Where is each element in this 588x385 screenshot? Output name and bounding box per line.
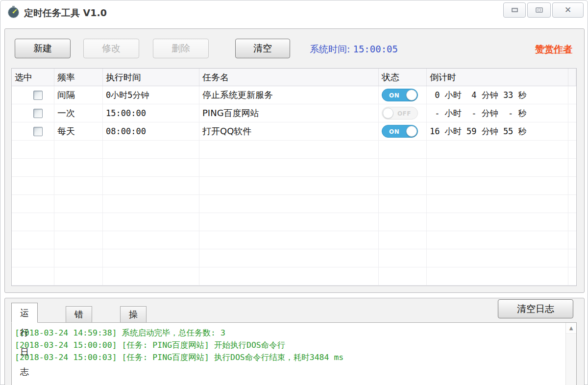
empty-cell (379, 195, 427, 213)
cell-exec-time: 0小时5分钟 (103, 86, 199, 104)
cell-spacer (568, 86, 576, 104)
empty-cell (199, 177, 379, 194)
empty-cell (427, 159, 568, 176)
empty-cell (568, 195, 576, 213)
cell-task-name: 停止系统更新服务 (199, 86, 379, 104)
maximize-icon (536, 7, 543, 13)
empty-cell (427, 267, 568, 285)
maximize-button[interactable] (527, 2, 551, 18)
log-tab-0[interactable]: 运行日志 (11, 303, 38, 323)
status-toggle[interactable]: ON (382, 89, 418, 101)
empty-cell (12, 267, 54, 285)
empty-cell (54, 177, 103, 194)
empty-cell (379, 249, 427, 267)
task-checkbox[interactable] (33, 127, 43, 136)
empty-cell (427, 213, 568, 231)
task-row[interactable]: 一次15:00:00PING百度网站OFF - 小时 - 分钟 - 秒 (12, 104, 576, 122)
cell-exec-time: 08:00:00 (103, 122, 199, 140)
system-time-value: 15:00:05 (353, 44, 398, 54)
log-tab-1[interactable]: 错误日志 (66, 306, 92, 323)
toggle-knob-icon (406, 126, 417, 137)
empty-cell (103, 267, 199, 285)
empty-cell (12, 177, 54, 194)
empty-cell (379, 177, 427, 194)
empty-cell (103, 177, 199, 194)
empty-task-row (12, 231, 576, 249)
close-button[interactable]: ✕ (552, 2, 584, 18)
cell-countdown: 0 小时 4 分钟 33 秒 (427, 86, 568, 104)
title-bar: 定时任务工具 V1.0 ✕ (0, 0, 588, 26)
empty-cell (568, 249, 576, 267)
empty-cell (12, 195, 54, 213)
task-row[interactable]: 每天08:00:00打开QQ软件ON16 小时 59 分钟 55 秒 (12, 122, 576, 141)
empty-cell (54, 231, 103, 249)
clear-tasks-button[interactable]: 清空 (235, 39, 290, 58)
cell-frequency: 间隔 (54, 86, 103, 104)
close-icon: ✕ (564, 6, 571, 14)
empty-cell (54, 195, 103, 213)
empty-cell (54, 159, 103, 176)
empty-cell (199, 213, 379, 231)
app-timer-icon (7, 6, 20, 18)
scroll-up-arrow-icon[interactable]: ▲ (566, 323, 576, 334)
cell-selected (12, 122, 54, 140)
new-task-button[interactable]: 新建 (15, 39, 71, 58)
clear-log-button[interactable]: 清空日志 (498, 299, 573, 318)
task-table-header: 选中 频率 执行时间 任务名 状态 倒计时 (12, 69, 576, 86)
log-scrollbar[interactable]: ▲ (565, 323, 576, 385)
task-checkbox[interactable] (33, 109, 43, 118)
empty-cell (103, 141, 199, 158)
cell-exec-time: 15:00:00 (103, 104, 199, 122)
header-frequency: 频率 (54, 69, 103, 86)
cell-task-name: PING百度网站 (199, 104, 379, 122)
system-time: 系统时间: 15:00:05 (310, 43, 398, 56)
empty-cell (427, 231, 568, 249)
empty-task-row (12, 177, 576, 195)
status-toggle-label: OFF (397, 110, 411, 117)
task-table: 选中 频率 执行时间 任务名 状态 倒计时 间隔0小时5分钟停止系统更新服务ON… (11, 68, 577, 286)
status-toggle-label: ON (389, 92, 399, 99)
header-selected: 选中 (12, 69, 54, 86)
empty-cell (103, 159, 199, 176)
empty-cell (12, 231, 54, 249)
minimize-button[interactable] (503, 2, 526, 18)
empty-cell (568, 213, 576, 231)
modify-task-button[interactable]: 修改 (83, 39, 139, 58)
empty-cell (568, 141, 576, 158)
status-toggle[interactable]: ON (382, 125, 418, 138)
empty-cell (379, 159, 427, 176)
log-box: [2018-03-24 14:59:38] 系统启动完毕，总任务数: 3 [20… (11, 322, 577, 385)
log-tab-2[interactable]: 操作日志 (120, 306, 147, 323)
task-checkbox[interactable] (33, 91, 43, 100)
window-controls: ✕ (503, 2, 584, 18)
donate-author-link[interactable]: 赞赏作者 (535, 43, 572, 56)
empty-cell (54, 249, 103, 267)
empty-cell (427, 141, 568, 158)
empty-cell (427, 195, 568, 213)
empty-cell (568, 159, 576, 176)
status-toggle[interactable]: OFF (382, 107, 418, 120)
cell-countdown: 16 小时 59 分钟 55 秒 (427, 122, 568, 140)
header-exec-time: 执行时间 (103, 69, 199, 86)
empty-cell (103, 249, 199, 267)
empty-cell (103, 231, 199, 249)
cell-frequency: 一次 (54, 104, 103, 122)
empty-cell (199, 231, 379, 249)
empty-cell (103, 213, 199, 231)
toggle-knob-icon (383, 108, 393, 119)
window-title: 定时任务工具 V1.0 (24, 7, 107, 20)
empty-cell (379, 267, 427, 285)
delete-task-button[interactable]: 删除 (153, 39, 209, 58)
empty-cell (568, 231, 576, 249)
empty-cell (12, 141, 54, 158)
system-time-label: 系统时间: (310, 44, 350, 54)
log-lines: [2018-03-24 14:59:38] 系统启动完毕，总任务数: 3 [20… (12, 323, 565, 385)
empty-cell (12, 159, 54, 176)
task-row[interactable]: 间隔0小时5分钟停止系统更新服务ON 0 小时 4 分钟 33 秒 (12, 86, 576, 104)
cell-spacer (568, 122, 576, 140)
empty-cell (379, 141, 427, 158)
empty-cell (568, 177, 576, 194)
cell-status: ON (379, 86, 427, 104)
cell-countdown: - 小时 - 分钟 - 秒 (427, 104, 568, 122)
task-table-body: 间隔0小时5分钟停止系统更新服务ON 0 小时 4 分钟 33 秒一次15:00… (12, 86, 576, 286)
